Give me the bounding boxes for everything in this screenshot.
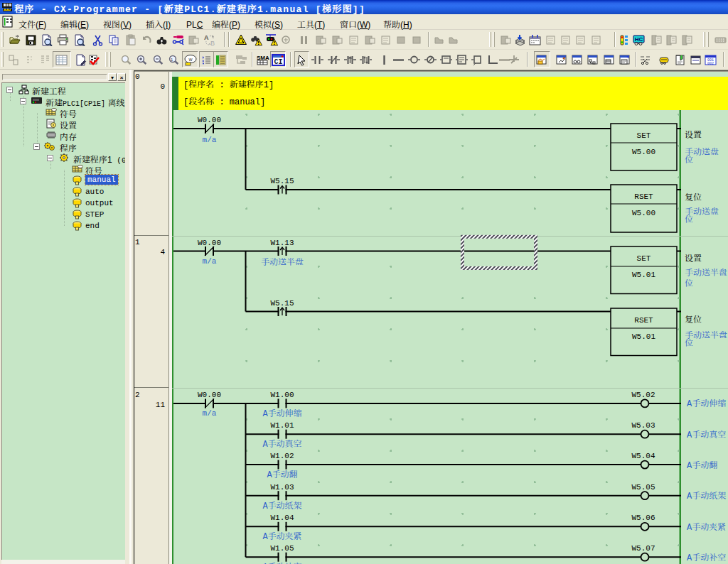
svg-text:位: 位 — [685, 212, 693, 224]
svg-text:A手动翻: A手动翻 — [267, 467, 297, 479]
svg-text:W1.05: W1.05 — [270, 544, 294, 553]
svg-text:0: 0 — [160, 82, 165, 91]
svg-text:复位: 复位 — [685, 313, 702, 325]
svg-text:W0.00: W0.00 — [198, 391, 221, 399]
svg-text:W1.02: W1.02 — [270, 452, 294, 460]
svg-text:A手动真空: A手动真空 — [687, 428, 726, 440]
svg-text:复位: 复位 — [685, 190, 702, 202]
svg-text:2: 2 — [135, 391, 140, 399]
svg-text:W5.05: W5.05 — [631, 483, 655, 492]
svg-text:W0.00: W0.00 — [198, 116, 221, 124]
svg-text:W5.03: W5.03 — [631, 421, 655, 430]
svg-text:A手动纸架: A手动纸架 — [262, 499, 301, 511]
svg-text:位: 位 — [685, 276, 693, 288]
svg-text:W5.00: W5.00 — [632, 209, 655, 217]
svg-text:W1.04: W1.04 — [270, 514, 294, 522]
svg-text:A手动补空: A手动补空 — [262, 560, 301, 564]
svg-text:A手动夹紧: A手动夹紧 — [262, 529, 301, 541]
svg-text:A手动伸缩: A手动伸缩 — [262, 406, 301, 418]
svg-text:W1.13: W1.13 — [270, 239, 294, 247]
svg-text:A手动翻: A手动翻 — [687, 458, 717, 470]
svg-text:SET: SET — [637, 254, 651, 263]
svg-text:W5.01: W5.01 — [632, 271, 655, 279]
svg-text:m/a: m/a — [203, 257, 217, 266]
svg-text:[程序名 : 新建程序1]: [程序名 : 新建程序1] — [183, 77, 274, 90]
svg-text:位: 位 — [685, 336, 693, 348]
svg-text:0: 0 — [135, 72, 140, 81]
svg-text:W5.00: W5.00 — [632, 148, 655, 156]
svg-text:设置: 设置 — [685, 128, 702, 140]
svg-text:1: 1 — [135, 238, 140, 246]
svg-text:A: A — [204, 34, 209, 41]
svg-text:11: 11 — [156, 401, 166, 409]
svg-text:A手动补空: A手动补空 — [687, 551, 726, 563]
svg-text:CI: CI — [274, 58, 282, 66]
svg-text:位: 位 — [685, 153, 693, 165]
svg-text:A手动夹紧: A手动夹紧 — [687, 520, 726, 532]
svg-text:W1.01: W1.01 — [270, 421, 294, 430]
svg-text:HC: HC — [635, 36, 643, 43]
svg-text:W1.00: W1.00 — [270, 391, 294, 399]
svg-text:W5.04: W5.04 — [631, 452, 655, 460]
svg-text:RSET: RSET — [634, 316, 653, 325]
svg-text:w: w — [188, 57, 193, 62]
svg-text:4: 4 — [160, 248, 165, 256]
svg-text:A手动伸缩: A手动伸缩 — [687, 396, 726, 408]
svg-text:A手动纸架: A手动纸架 — [687, 489, 726, 501]
svg-text:[段名称 : manual]: [段名称 : manual] — [183, 94, 265, 107]
svg-text:A手动真空: A手动真空 — [262, 437, 301, 449]
svg-text:设置: 设置 — [685, 251, 702, 264]
svg-text:W5.02: W5.02 — [631, 391, 655, 399]
svg-text:手动送半盘: 手动送半盘 — [261, 255, 304, 267]
svg-text:W5.07: W5.07 — [631, 544, 655, 553]
svg-text:m/a: m/a — [203, 409, 217, 418]
svg-text:W0.00: W0.00 — [198, 239, 221, 247]
svg-text:W1.03: W1.03 — [270, 483, 294, 492]
svg-text:W5.06: W5.06 — [631, 514, 655, 522]
svg-text:RSET: RSET — [634, 192, 653, 201]
svg-text:W5.15: W5.15 — [270, 299, 294, 308]
svg-text:B: B — [210, 40, 215, 46]
svg-text:SET: SET — [637, 131, 651, 140]
svg-text:002: 002 — [707, 62, 714, 66]
svg-text:m/a: m/a — [203, 136, 217, 144]
svg-text:W5.01: W5.01 — [632, 332, 655, 341]
svg-text:W5.15: W5.15 — [270, 177, 294, 185]
